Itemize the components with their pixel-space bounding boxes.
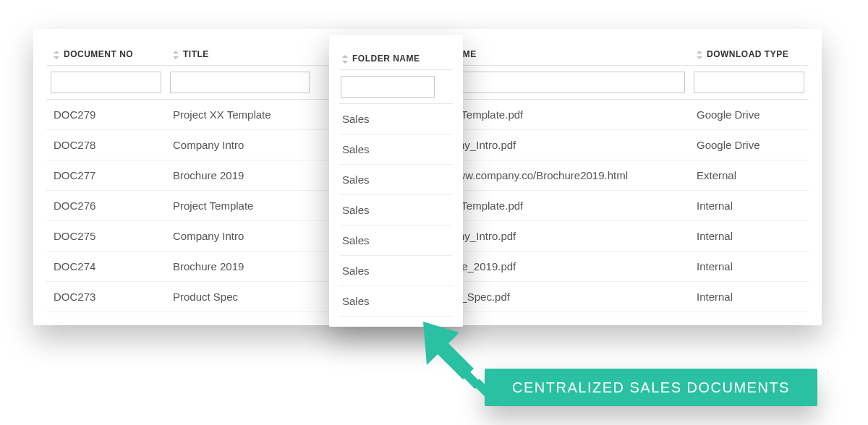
cell-file-name: ://www.company.co/Brochure2019.html [433, 160, 689, 191]
cell-folder-name: Sales [339, 165, 453, 195]
svg-rect-1 [461, 369, 481, 389]
col-header-folder-name[interactable]: FOLDER NAME [339, 48, 453, 70]
cell-title: Company Intro [166, 130, 314, 160]
cell-document-no: DOC273 [46, 282, 166, 312]
cell-folder-name: Sales [339, 226, 453, 256]
sort-icon [173, 51, 179, 59]
cell-folder-name: Sales [339, 134, 453, 165]
filter-input-document-no[interactable] [51, 72, 161, 93]
col-header-title[interactable]: TITLE [166, 43, 314, 66]
folder-name-table: FOLDER NAME Sales Sales Sales Sales Sale… [339, 48, 453, 317]
table-row[interactable]: Sales [339, 195, 453, 226]
table-row[interactable]: Sales [339, 286, 453, 317]
col-header-document-no[interactable]: DOCUMENT NO [46, 43, 166, 66]
cell-folder-name: Sales [339, 195, 453, 226]
cell-download-type: Internal [689, 252, 809, 282]
cell-title: Project XX Template [166, 100, 314, 130]
cell-download-type: Internal [689, 282, 809, 312]
cell-document-no: DOC277 [46, 160, 166, 191]
callout-banner: CENTRALIZED SALES DOCUMENTS [485, 369, 817, 406]
cell-file-name: ect_Template.pdf [433, 191, 689, 221]
folder-name-panel: FOLDER NAME Sales Sales Sales Sales Sale… [329, 35, 463, 327]
cell-download-type: Internal [689, 221, 809, 252]
cell-file-name: npany_Intro.pdf [433, 130, 689, 160]
cell-document-no: DOC274 [46, 252, 166, 282]
col-header-label: FOLDER NAME [352, 53, 420, 64]
col-header-download-type[interactable]: DOWNLOAD TYPE [689, 43, 809, 66]
cell-download-type: Google Drive [689, 100, 809, 130]
table-row[interactable]: Sales [339, 134, 453, 165]
col-header-label: TITLE [183, 49, 209, 59]
table-row[interactable]: Sales [339, 256, 453, 286]
cell-download-type: Google Drive [689, 130, 809, 160]
cell-title: Company Intro [166, 221, 314, 252]
cell-title: Product Spec [166, 282, 314, 312]
filter-input-file-name[interactable] [438, 72, 685, 93]
cell-folder-name: Sales [339, 286, 453, 317]
cell-folder-name: Sales [339, 104, 453, 134]
table-row[interactable]: Sales [339, 165, 453, 195]
filter-input-title[interactable] [170, 72, 310, 93]
col-header-label: DOCUMENT NO [64, 49, 133, 59]
cell-title: Project Template [166, 191, 314, 221]
cell-title: Brochure 2019 [166, 160, 314, 191]
callout-label: CENTRALIZED SALES DOCUMENTS [512, 379, 790, 396]
table-row[interactable]: Sales [339, 226, 453, 256]
sort-icon [342, 55, 348, 64]
svg-marker-0 [423, 322, 474, 379]
col-header-label: DOWNLOAD TYPE [707, 49, 788, 59]
cell-file-name: ect_Template.pdf [433, 100, 689, 130]
table-row[interactable]: Sales [339, 104, 453, 134]
cell-download-type: External [689, 160, 809, 191]
sort-icon [54, 51, 59, 59]
cell-document-no: DOC279 [46, 100, 166, 130]
cell-document-no: DOC278 [46, 130, 166, 160]
filter-input-folder-name[interactable] [341, 76, 435, 98]
cell-folder-name: Sales [339, 256, 453, 286]
cell-document-no: DOC276 [46, 191, 166, 221]
col-header-file-name[interactable]: E NAME [433, 43, 689, 66]
filter-input-download-type[interactable] [694, 72, 804, 93]
sort-icon [697, 51, 702, 59]
cell-download-type: Internal [689, 191, 809, 221]
cell-title: Brochure 2019 [166, 252, 314, 282]
cell-file-name: chure_2019.pdf [433, 252, 689, 282]
cell-document-no: DOC275 [46, 221, 166, 252]
cell-file-name: duct_Spec.pdf [433, 282, 689, 312]
cell-file-name: npany_Intro.pdf [433, 221, 689, 252]
